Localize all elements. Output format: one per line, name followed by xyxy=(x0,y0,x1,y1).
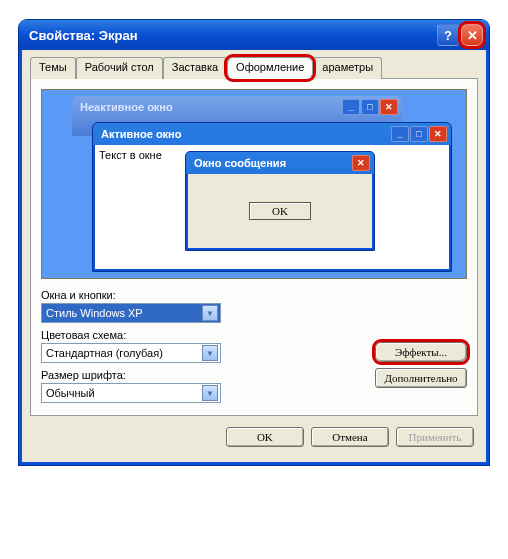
tab-screensaver[interactable]: Заставка xyxy=(163,57,227,79)
preview-active-title: Активное окно xyxy=(101,128,391,140)
tab-desktop[interactable]: Рабочий стол xyxy=(76,57,163,79)
font-size-value: Обычный xyxy=(46,387,95,399)
display-properties-window: Свойства: Экран ? ✕ Темы Рабочий стол За… xyxy=(19,20,489,465)
ok-button[interactable]: OK xyxy=(226,427,304,447)
maximize-icon: □ xyxy=(410,126,428,142)
cancel-button[interactable]: Отмена xyxy=(311,427,389,447)
close-button[interactable]: ✕ xyxy=(461,24,483,46)
preview-window-text: Текст в окне xyxy=(99,149,162,161)
windows-buttons-combo[interactable]: Стиль Windows XP ▼ xyxy=(41,303,221,323)
minimize-icon: _ xyxy=(391,126,409,142)
color-scheme-value: Стандартная (голубая) xyxy=(46,347,163,359)
close-icon: ✕ xyxy=(352,155,370,171)
maximize-icon: □ xyxy=(361,99,379,115)
minimize-icon: _ xyxy=(342,99,360,115)
chevron-down-icon: ▼ xyxy=(202,345,218,361)
preview-inactive-title: Неактивное окно xyxy=(80,101,342,113)
preview-active-window: Активное окно _ □ ✕ Текст в окне Окно со… xyxy=(92,122,452,272)
windows-buttons-value: Стиль Windows XP xyxy=(46,307,143,319)
apply-button[interactable]: Применить xyxy=(396,427,474,447)
tabstrip: Темы Рабочий стол Заставка Оформление ар… xyxy=(30,57,478,79)
preview-area: Неактивное окно _ □ ✕ Активное окно _ □ xyxy=(41,89,467,279)
preview-message-title: Окно сообщения xyxy=(194,157,352,169)
close-icon: ✕ xyxy=(429,126,447,142)
appearance-panel: Неактивное окно _ □ ✕ Активное окно _ □ xyxy=(30,78,478,416)
window-title: Свойства: Экран xyxy=(29,28,435,43)
tab-appearance[interactable]: Оформление xyxy=(227,57,313,79)
client-area: Темы Рабочий стол Заставка Оформление ар… xyxy=(19,50,489,465)
tab-themes[interactable]: Темы xyxy=(30,57,76,79)
advanced-button[interactable]: Дополнительно xyxy=(375,368,467,388)
font-size-combo[interactable]: Обычный ▼ xyxy=(41,383,221,403)
effects-button[interactable]: Эффекты... xyxy=(375,342,467,362)
titlebar[interactable]: Свойства: Экран ? ✕ xyxy=(19,20,489,50)
help-button[interactable]: ? xyxy=(437,24,459,46)
chevron-down-icon: ▼ xyxy=(202,305,218,321)
preview-message-box: Окно сообщения ✕ OK xyxy=(185,151,375,251)
close-icon: ✕ xyxy=(380,99,398,115)
preview-ok-button: OK xyxy=(249,202,311,220)
chevron-down-icon: ▼ xyxy=(202,385,218,401)
tab-settings[interactable]: араметры xyxy=(313,57,382,79)
windows-buttons-label: Окна и кнопки: xyxy=(41,289,467,301)
color-scheme-combo[interactable]: Стандартная (голубая) ▼ xyxy=(41,343,221,363)
dialog-buttons: OK Отмена Применить xyxy=(30,416,478,454)
